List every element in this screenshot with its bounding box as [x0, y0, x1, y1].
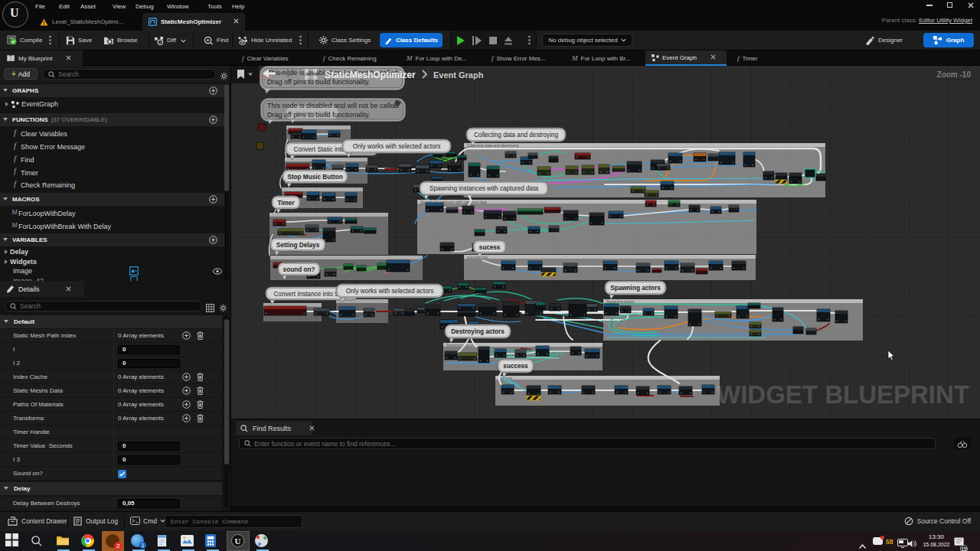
svg-text:Only works with selected actor: Only works with selected actors [353, 143, 441, 150]
svg-text:sucess: sucess [479, 244, 501, 251]
svg-text:success tick: success tick [467, 255, 488, 259]
svg-text:Stop Music Button: Stop Music Button [287, 174, 342, 181]
svg-text:success: success [503, 363, 528, 370]
svg-text:Spawning actors: Spawning actors [606, 299, 635, 304]
svg-text:Spawning actors: Spawning actors [610, 285, 661, 292]
svg-text:Setting Delays: Setting Delays [276, 242, 320, 249]
svg-text:Drag off pins to build functio: Drag off pins to build functionality. [267, 111, 370, 119]
svg-text:Event Graph: Event Graph [433, 70, 484, 80]
svg-text:StaticMeshOptimizer: StaticMeshOptimizer [325, 70, 416, 80]
svg-text:Spawning instances with captur: Spawning instances with captured data [430, 185, 538, 192]
svg-text:Collecting data and destroying: Collecting data and destroying [474, 132, 559, 139]
svg-text:This node is disabled and will: This node is disabled and will not be ca… [267, 102, 400, 109]
svg-text:Timer: Timer [277, 200, 295, 207]
svg-text:Collecting data and destroying: Collecting data and destroying [467, 143, 518, 148]
svg-text:sound on?: sound on? [283, 266, 315, 273]
svg-text:WIDGET BLUEPRINT: WIDGET BLUEPRINT [717, 380, 969, 409]
svg-text:Only works with selected actor: Only works with selected actors [346, 288, 434, 295]
svg-text:success: success [498, 376, 513, 380]
svg-text:Zoom -10: Zoom -10 [937, 70, 972, 79]
svg-text:Destroying actors: Destroying actors [451, 328, 505, 335]
svg-text:Destroying actors: Destroying actors [446, 343, 476, 347]
